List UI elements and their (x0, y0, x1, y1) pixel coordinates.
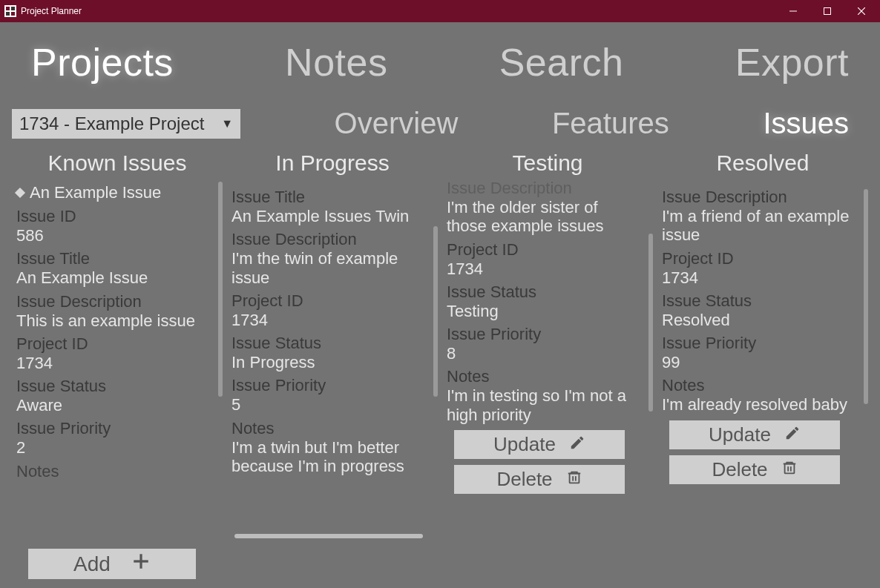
svg-rect-1 (6, 7, 10, 10)
minimize-button[interactable] (776, 0, 810, 22)
plus-icon (131, 552, 151, 576)
trash-icon (566, 468, 582, 491)
svg-rect-9 (569, 474, 579, 483)
nav-projects[interactable]: Projects (31, 40, 174, 85)
svg-rect-4 (11, 12, 15, 16)
column-title: Known Issues (12, 146, 223, 182)
maximize-button[interactable] (810, 0, 844, 22)
titlebar: Project Planner (0, 0, 880, 22)
issue-card: Issue Description I'm a friend of an exa… (657, 182, 861, 534)
issue-card: Issue Title An Example Issues Twin Issue… (227, 182, 430, 534)
trash-icon (781, 458, 798, 481)
add-button[interactable]: Add (28, 549, 196, 579)
delete-button[interactable]: Delete (669, 455, 840, 484)
column-title: Resolved (657, 146, 868, 182)
column-title: In Progress (227, 146, 438, 182)
svg-rect-2 (11, 7, 15, 10)
svg-rect-3 (6, 12, 10, 16)
window-title: Project Planner (21, 6, 82, 16)
chevron-down-icon: ▼ (221, 117, 233, 131)
project-select[interactable]: 1734 - Example Project ▼ (12, 109, 240, 139)
scrollbar[interactable] (648, 234, 653, 412)
scrollbar[interactable] (864, 189, 868, 404)
sub-nav: 1734 - Example Project ▼ Overview Featur… (9, 90, 871, 143)
scrollbar-horizontal[interactable] (234, 534, 423, 538)
tab-issues[interactable]: Issues (763, 107, 849, 140)
column-known-issues: Known Issues An Example Issue Issue ID 5… (12, 146, 223, 534)
pencil-icon (784, 423, 801, 446)
svg-rect-12 (784, 463, 794, 473)
project-select-value: 1734 - Example Project (19, 113, 204, 134)
scrollbar[interactable] (218, 182, 223, 397)
update-button[interactable]: Update (669, 420, 840, 449)
scrollbar[interactable] (433, 226, 438, 397)
column-resolved: Resolved Issue Description I'm a friend … (657, 146, 868, 534)
pencil-icon (569, 433, 585, 456)
app-icon (4, 5, 16, 17)
issue-bullet[interactable]: An Example Issue (16, 183, 211, 202)
issue-card: Issue Description I'm the older sister o… (442, 173, 646, 534)
delete-button[interactable]: Delete (454, 465, 625, 494)
issue-card: An Example Issue Issue ID 586 Issue Titl… (12, 182, 215, 534)
add-bar: Add (9, 534, 871, 579)
nav-search[interactable]: Search (499, 40, 624, 85)
top-nav: Projects Notes Search Export (9, 30, 871, 90)
nav-notes[interactable]: Notes (285, 40, 387, 85)
column-testing: Testing Issue Description I'm the older … (442, 146, 653, 534)
column-in-progress: In Progress Issue Title An Example Issue… (227, 146, 438, 534)
diamond-icon (15, 188, 25, 198)
issues-board: Known Issues An Example Issue Issue ID 5… (9, 143, 871, 534)
update-button[interactable]: Update (454, 430, 625, 459)
nav-export[interactable]: Export (735, 40, 849, 85)
svg-rect-6 (824, 8, 831, 15)
tab-features[interactable]: Features (552, 107, 669, 140)
close-button[interactable] (844, 0, 879, 22)
tab-overview[interactable]: Overview (335, 107, 459, 140)
